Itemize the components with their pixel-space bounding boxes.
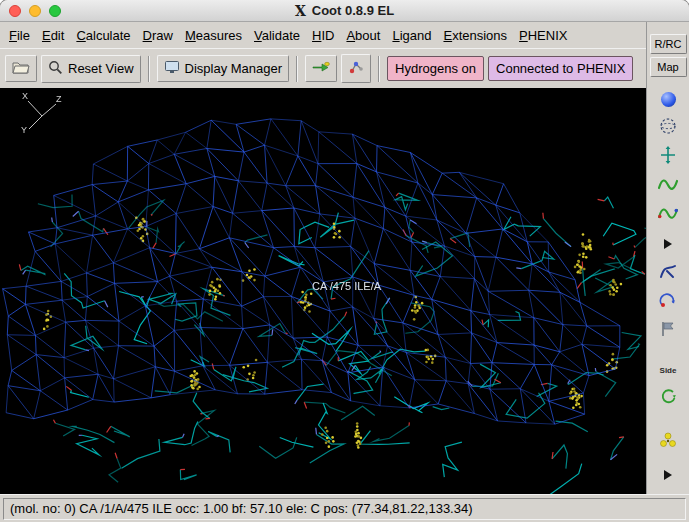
menu-ligand[interactable]: Ligand <box>386 24 437 47</box>
curved-arrow-icon <box>659 292 677 312</box>
side-label: Side <box>660 366 677 375</box>
add-alt-conf-button[interactable] <box>651 429 685 455</box>
display-manager-label: Display Manager <box>185 61 283 76</box>
toolbar: Reset View Display Manager <box>0 48 646 88</box>
menu-hid[interactable]: HID <box>306 24 340 47</box>
sphere-button[interactable] <box>651 86 685 112</box>
rigid-body-button[interactable] <box>651 318 685 344</box>
menu-edit[interactable]: Edit <box>36 24 70 47</box>
toolbar-separator <box>296 56 298 82</box>
right-triangle-icon <box>664 239 672 249</box>
monitor-icon <box>164 60 180 77</box>
menu-measures[interactable]: Measures <box>179 24 248 47</box>
menu-file[interactable]: File <box>3 24 36 47</box>
statusbar: (mol. no: 0) CA /1/A/475 ILE occ: 1.00 b… <box>0 494 689 522</box>
gray-flag-icon <box>660 321 676 341</box>
crosshair-arrows-icon <box>659 146 677 168</box>
go-to-atom-button[interactable] <box>305 55 337 82</box>
chi-angles-button[interactable] <box>651 386 685 412</box>
rotate-translate-button[interactable] <box>651 260 685 286</box>
go-to-ligand-button[interactable] <box>341 54 371 83</box>
menubar: File Edit Calculate Draw Measures Valida… <box>0 22 646 48</box>
hydrogens-toggle[interactable]: Hydrogens on <box>387 56 484 81</box>
blue-curve-icon <box>659 263 677 283</box>
axis-z-label: Z <box>56 94 62 104</box>
right-triangle-icon <box>664 470 672 480</box>
axis-x-label: X <box>22 91 28 101</box>
menu-validate[interactable]: Validate <box>248 24 306 47</box>
magnifier-icon <box>48 60 63 78</box>
menu-about[interactable]: About <box>340 24 386 47</box>
green-squiggle-icon <box>658 177 678 195</box>
green-squiggle-dots-icon <box>658 206 678 224</box>
go-to-atom-arrow-icon <box>312 60 330 77</box>
regularize-zone-button[interactable] <box>651 202 685 228</box>
dashed-globe-icon <box>659 117 677 139</box>
expand-button[interactable] <box>651 231 685 257</box>
titlebar: X Coot 0.8.9 EL <box>0 0 689 22</box>
canvas-area: X Z Y CA /475 ILE/A <box>0 88 646 494</box>
menu-draw[interactable]: Draw <box>137 24 179 47</box>
status-text: (mol. no: 0) CA /1/A/475 ILE occ: 1.00 b… <box>3 498 686 520</box>
globe-button[interactable] <box>651 115 685 141</box>
more-button[interactable] <box>651 462 685 488</box>
open-folder-icon <box>12 60 30 77</box>
crosshair-button[interactable] <box>651 144 685 170</box>
auto-fit-button[interactable] <box>651 289 685 315</box>
display-manager-button[interactable]: Display Manager <box>157 55 290 82</box>
left-column: File Edit Calculate Draw Measures Valida… <box>0 22 647 494</box>
toolbar-separator <box>378 56 380 82</box>
coot-window: X Coot 0.8.9 EL File Edit Calculate Draw… <box>0 0 689 522</box>
menu-phenix[interactable]: PHENIX <box>513 24 573 47</box>
sphere-icon <box>661 92 676 107</box>
window-title-area: X Coot 0.8.9 EL <box>0 3 689 18</box>
menu-calculate[interactable]: Calculate <box>70 24 136 47</box>
menu-extensions[interactable]: Extensions <box>437 24 513 47</box>
toolbar-separator <box>148 56 150 82</box>
reset-view-label: Reset View <box>68 61 134 76</box>
reset-view-button[interactable]: Reset View <box>41 55 141 83</box>
right-toolbar: R/RC Map <box>647 22 689 494</box>
axis-y-label: Y <box>21 125 27 135</box>
side-chain-flip-button[interactable]: Side <box>651 357 685 383</box>
x11-icon: X <box>295 4 306 18</box>
circular-arrow-icon <box>659 389 677 409</box>
ball-stick-icon <box>348 59 364 78</box>
rrc-button[interactable]: R/RC <box>650 34 687 54</box>
open-coordinates-button[interactable] <box>5 55 37 82</box>
phenix-toggle[interactable]: Connected to PHENIX <box>488 56 633 81</box>
body-row: File Edit Calculate Draw Measures Valida… <box>0 22 689 494</box>
atom-label: CA /475 ILE/A <box>312 280 381 292</box>
refine-zone-button[interactable] <box>651 173 685 199</box>
map-button[interactable]: Map <box>650 57 687 77</box>
window-title: Coot 0.8.9 EL <box>312 3 394 18</box>
yellow-trefoil-icon <box>659 432 677 452</box>
